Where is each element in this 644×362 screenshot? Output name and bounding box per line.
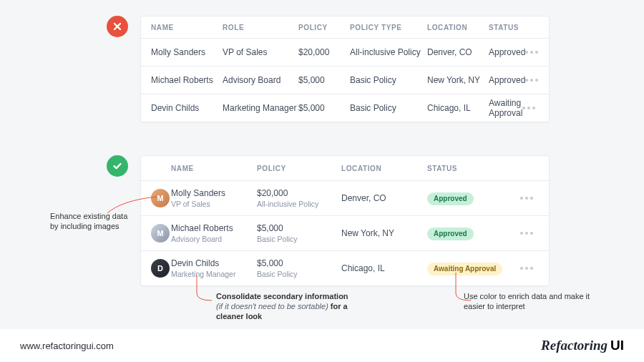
footer: www.refactoringui.com RefactoringUI xyxy=(0,329,644,362)
svg-text:(if it doesn't need to be sort: (if it doesn't need to be sortable) for … xyxy=(216,302,348,310)
row-actions-button[interactable] xyxy=(520,232,539,235)
cell-name: Devin Childs xyxy=(151,103,223,113)
col-name: NAME xyxy=(151,24,223,31)
cell-role: Advisory Board xyxy=(223,75,298,85)
site-url: www.refactoringui.com xyxy=(20,341,114,351)
bad-example-icon xyxy=(107,16,128,37)
col-name: NAME xyxy=(171,165,257,172)
table-row: D Devin Childs Marketing Manager $5,000 … xyxy=(141,251,549,285)
cell-location: Chicago, IL xyxy=(341,263,427,273)
cell-name: Devin Childs Marketing Manager xyxy=(171,258,257,278)
svg-text:by including images: by including images xyxy=(50,222,119,230)
cell-name: Michael Roberts xyxy=(151,75,223,85)
cell-policy: $20,000 All-inclusive Policy xyxy=(257,188,341,208)
avatar: M xyxy=(151,224,170,243)
table-row: Devin Childs Marketing Manager $5,000 Ba… xyxy=(141,94,549,122)
svg-text:cleaner look: cleaner look xyxy=(216,312,263,321)
cell-status: Approved xyxy=(489,47,525,57)
cell-status: Approved xyxy=(427,191,520,205)
cell-policy: $20,000 xyxy=(298,47,350,57)
cell-policy: $5,000 xyxy=(298,103,350,113)
row-actions-button[interactable] xyxy=(520,197,539,200)
table-row: M Michael Roberts Advisory Board $5,000 … xyxy=(141,216,549,251)
col-policy: POLICY xyxy=(298,24,350,31)
cell-policy: $5,000 xyxy=(298,75,350,85)
cell-location: New York, NY xyxy=(427,75,489,85)
brand-logo: RefactoringUI xyxy=(541,338,624,353)
cell-role: Marketing Manager xyxy=(223,103,298,113)
cell-name: Michael Roberts Advisory Board xyxy=(171,223,257,243)
bad-table: NAME ROLE POLICY POLICY TYPE LOCATION ST… xyxy=(140,16,550,122)
cell-name: Molly Sanders xyxy=(151,47,223,57)
good-table: NAME POLICY LOCATION STATUS M Molly Sand… xyxy=(140,155,550,286)
status-badge: Approved xyxy=(427,228,474,240)
table-header-row: NAME ROLE POLICY POLICY TYPE LOCATION ST… xyxy=(141,16,549,39)
col-location: LOCATION xyxy=(341,165,427,172)
svg-text:Use color to enrich data and m: Use color to enrich data and make it xyxy=(464,292,590,300)
avatar: D xyxy=(151,259,170,278)
svg-text:Enhance existing data: Enhance existing data xyxy=(50,212,128,220)
cell-policy-type: All-inclusive Policy xyxy=(350,47,427,57)
cell-policy-type: Basic Policy xyxy=(350,103,427,113)
status-badge: Approved xyxy=(427,192,474,205)
cell-location: New York, NY xyxy=(341,228,427,238)
col-policy-type: POLICY TYPE xyxy=(350,24,427,31)
cell-location: Chicago, IL xyxy=(427,103,489,113)
table-row: Molly Sanders VP of Sales $20,000 All-in… xyxy=(141,39,549,67)
row-actions-button[interactable] xyxy=(525,79,544,82)
col-location: LOCATION xyxy=(427,24,489,31)
table-row: Michael Roberts Advisory Board $5,000 Ba… xyxy=(141,67,549,94)
col-status: STATUS xyxy=(489,24,520,31)
row-actions-button[interactable] xyxy=(522,107,541,109)
row-actions-button[interactable] xyxy=(525,51,544,54)
cell-location: Denver, CO xyxy=(427,47,489,57)
cell-role: VP of Sales xyxy=(223,47,298,57)
cell-location: Denver, CO xyxy=(341,193,427,203)
cell-status: Awaiting Approval xyxy=(427,261,520,275)
cell-policy: $5,000 Basic Policy xyxy=(257,258,341,278)
table-header-row: NAME POLICY LOCATION STATUS xyxy=(141,156,549,181)
avatar: M xyxy=(151,189,170,207)
col-policy: POLICY xyxy=(257,165,341,172)
good-example-icon xyxy=(107,155,128,177)
table-row: M Molly Sanders VP of Sales $20,000 All-… xyxy=(141,181,549,216)
cell-policy-type: Basic Policy xyxy=(350,75,427,85)
row-actions-button[interactable] xyxy=(520,267,539,270)
col-status: STATUS xyxy=(427,165,520,172)
cell-status: Approved xyxy=(489,75,525,85)
cell-name: Molly Sanders VP of Sales xyxy=(171,188,257,208)
svg-text:Consolidate secondary informat: Consolidate secondary information xyxy=(216,292,348,300)
cell-status: Awaiting Approval xyxy=(489,98,522,118)
col-role: ROLE xyxy=(223,24,298,31)
svg-text:easier to interpret: easier to interpret xyxy=(464,302,525,310)
cell-policy: $5,000 Basic Policy xyxy=(257,223,341,243)
cell-status: Approved xyxy=(427,226,520,240)
status-badge: Awaiting Approval xyxy=(427,263,502,275)
